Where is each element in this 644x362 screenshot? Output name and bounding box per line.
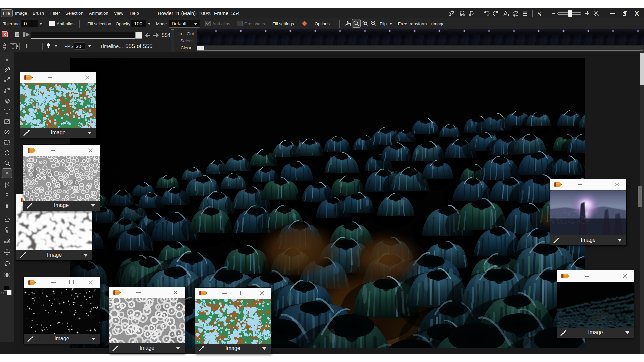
svg-text:100%: 100%	[4, 241, 10, 244]
svg-text:S: S	[537, 10, 541, 18]
